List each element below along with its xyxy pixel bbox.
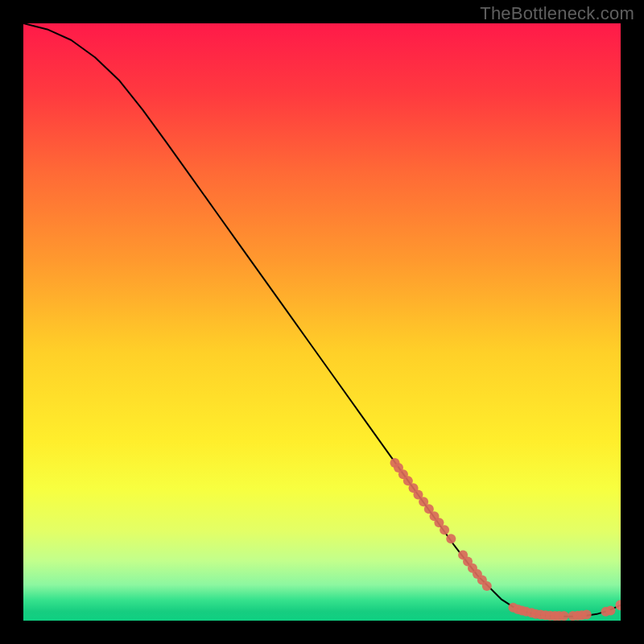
data-point [582,610,592,620]
data-point [482,581,492,591]
gradient-background [23,23,621,621]
chart-plot [23,23,621,621]
data-point [605,605,615,615]
data-point [440,525,449,535]
data-point [446,534,456,543]
data-point [559,611,569,621]
watermark-text: TheBottleneck.com [480,3,634,24]
chart-svg [23,23,621,621]
chart-frame: TheBottleneck.com [0,0,644,644]
